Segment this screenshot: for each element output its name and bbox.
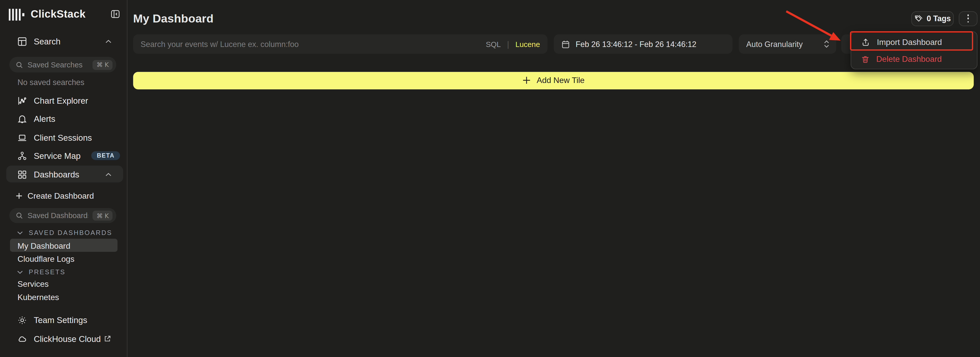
cloud-icon: [18, 334, 27, 343]
granularity-select[interactable]: Auto Granularity: [739, 35, 836, 54]
time-range-value: Feb 26 13:46:12 - Feb 26 14:46:12: [576, 40, 697, 48]
sidebar-item-search[interactable]: Search: [18, 35, 60, 48]
service-map-icon: [18, 151, 27, 160]
lucene-mode-toggle[interactable]: Lucene: [515, 40, 540, 48]
sidebar-item-clickhouse-cloud[interactable]: ClickHouse Cloud: [18, 333, 101, 345]
dashboard-options-menu: Import Dashboard Delete Dashboard: [851, 31, 977, 69]
preset-item-services[interactable]: Services: [18, 279, 49, 289]
sidebar-item-dashboards-content[interactable]: Dashboards: [18, 168, 80, 181]
menu-item-label: Delete Dashboard: [876, 54, 942, 64]
add-tile-label: Add New Tile: [537, 76, 584, 85]
event-search-bar[interactable]: SQL | Lucene: [133, 35, 547, 54]
external-link-icon: [104, 335, 111, 343]
dashboard-list-item-cloudflare-logs[interactable]: Cloudflare Logs: [18, 254, 75, 264]
tag-icon: [914, 14, 922, 23]
event-search-input[interactable]: [141, 40, 480, 48]
dashboards-grid-icon: [18, 170, 27, 179]
page-title: My Dashboard: [133, 12, 213, 25]
sidebar-item-label: Service Map: [34, 151, 81, 160]
mode-separator: |: [507, 39, 509, 49]
sidebar-item-service-map[interactable]: Service Map BETA: [18, 149, 81, 162]
dashboard-list-item-my-dashboard[interactable]: My Dashboard: [18, 241, 70, 251]
logo-row[interactable]: ClickStack: [9, 8, 86, 21]
plus-icon: [522, 76, 530, 84]
sidebar-item-label: Alerts: [34, 114, 55, 124]
shortcut-badge: ⌘K: [93, 60, 112, 70]
create-dashboard-button[interactable]: Create Dashboard: [16, 189, 94, 202]
main-content: My Dashboard 0 Tags SQL | Lucene: [127, 0, 980, 357]
granularity-value: Auto Granularity: [746, 40, 823, 48]
no-saved-searches-text: No saved searches: [18, 78, 84, 87]
plus-icon: [16, 192, 22, 199]
gear-icon: [18, 316, 27, 325]
sidebar-item-alerts[interactable]: Alerts: [18, 113, 56, 125]
add-new-tile-button[interactable]: Add New Tile: [133, 71, 974, 89]
shortcut-badge: ⌘K: [93, 211, 112, 221]
select-chevrons-icon: [823, 39, 830, 49]
saved-searches-search[interactable]: ⌘K: [10, 57, 116, 73]
chevron-down-icon: [17, 270, 23, 274]
chevron-up-icon: [105, 39, 112, 44]
saved-dashboards-search[interactable]: ⌘K: [10, 208, 116, 223]
menu-item-import-dashboard[interactable]: Import Dashboard: [854, 34, 974, 51]
preset-item-kubernetes[interactable]: Kubernetes: [18, 292, 59, 302]
app-window: ClickStack Search ⌘K: [0, 0, 980, 357]
trash-icon: [861, 55, 869, 63]
search-icon: [16, 61, 23, 68]
calendar-icon: [561, 40, 570, 48]
sql-mode-toggle[interactable]: SQL: [486, 40, 501, 48]
kebab-menu-icon: [967, 14, 969, 22]
bell-icon: [18, 114, 27, 124]
tags-button[interactable]: 0 Tags: [911, 11, 954, 26]
sidebar-item-team-settings[interactable]: Team Settings: [18, 314, 88, 326]
dashboard-options-button[interactable]: [959, 11, 977, 26]
app-title: ClickStack: [31, 8, 86, 21]
sidebar-item-label: Team Settings: [34, 316, 87, 325]
section-presets[interactable]: PRESETS: [17, 268, 65, 276]
sidebar-item-label: Dashboards: [34, 170, 79, 179]
menu-item-label: Import Dashboard: [877, 38, 942, 47]
sidebar-item-client-sessions[interactable]: Client Sessions: [18, 131, 92, 144]
sidebar: ClickStack Search ⌘K: [0, 0, 127, 357]
sidebar-item-label: Search: [34, 37, 60, 46]
time-range-picker[interactable]: Feb 26 13:46:12 - Feb 26 14:46:12: [554, 35, 732, 54]
saved-dashboards-input[interactable]: [28, 211, 88, 220]
sidebar-item-chart-explorer[interactable]: Chart Explorer: [18, 95, 88, 107]
menu-item-delete-dashboard[interactable]: Delete Dashboard: [854, 51, 974, 67]
saved-searches-input[interactable]: [28, 60, 88, 69]
sidebar-item-label: Client Sessions: [34, 133, 92, 142]
section-saved-dashboards[interactable]: SAVED DASHBOARDS: [17, 229, 112, 236]
chevron-up-icon: [105, 172, 112, 176]
sidebar-item-label: ClickHouse Cloud: [34, 334, 101, 343]
upload-icon: [861, 38, 870, 46]
beta-badge: BETA: [91, 151, 120, 160]
search-icon: [16, 212, 23, 219]
chart-explorer-icon: [18, 96, 27, 105]
tags-label: 0 Tags: [927, 14, 951, 23]
search-nav-icon: [18, 37, 27, 46]
chevron-down-icon: [17, 230, 23, 235]
laptop-icon: [18, 133, 27, 142]
sidebar-item-label: Chart Explorer: [34, 96, 88, 105]
clickstack-logo-icon: [9, 8, 25, 20]
collapse-sidebar-icon[interactable]: [111, 10, 120, 19]
